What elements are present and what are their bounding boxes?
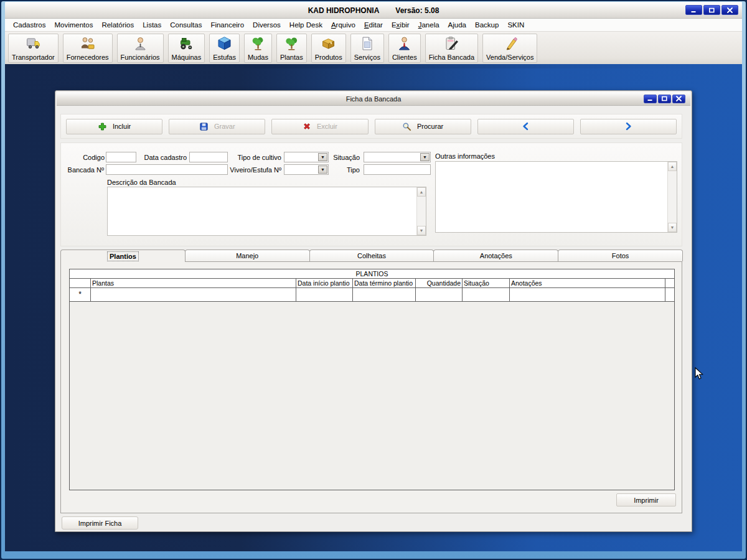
- menu-item-listas[interactable]: Listas: [138, 19, 166, 31]
- bancada-n-input[interactable]: [106, 164, 228, 175]
- main-caption: KAD HIDROPHONIA Versão: 5.08: [5, 2, 742, 19]
- imprimir-ficha-button[interactable]: Imprimir Ficha: [62, 516, 138, 530]
- menu-item-ajuda[interactable]: Ajuda: [444, 19, 471, 31]
- menu-item-skin[interactable]: SKIN: [503, 19, 529, 31]
- menu-item-backup[interactable]: Backup: [471, 19, 503, 31]
- maximize-icon: [708, 7, 715, 13]
- minimize-icon: [647, 95, 654, 103]
- scroll-down-icon[interactable]: ▼: [668, 223, 677, 232]
- menu-item-relatorios[interactable]: Relatórios: [97, 19, 138, 31]
- grid-column-situacao: Situação: [463, 279, 510, 287]
- tab-plantios[interactable]: Plantios: [60, 250, 186, 262]
- incluir-button[interactable]: Incluir: [66, 119, 162, 134]
- previous-button[interactable]: [477, 119, 574, 134]
- menu-item-editar[interactable]: Editar: [360, 19, 387, 31]
- toolbar-label-produtos: Produtos: [315, 54, 342, 62]
- toolbar-button-clientes[interactable]: Clientes: [388, 34, 421, 63]
- grid-title: PLANTIOS: [70, 269, 674, 279]
- plantios-grid[interactable]: PLANTIOS PlantasData início plantioData …: [69, 269, 675, 490]
- data-cadastro-label: Data cadastro: [141, 153, 187, 162]
- dialog-titlebar[interactable]: Ficha da Bancada: [57, 92, 690, 106]
- desktop: KAD HIDROPHONIA Versão: 5.08 CadastrosMo…: [0, 0, 747, 560]
- toolbar-button-transportador[interactable]: Transportador: [8, 34, 59, 63]
- menu-item-janela[interactable]: Janela: [414, 19, 444, 31]
- toolbar-label-funcionarios: Funcionários: [121, 54, 160, 62]
- toolbar-button-servicos[interactable]: Serviços: [350, 34, 384, 63]
- tab-anotacoes[interactable]: Anotações: [433, 250, 558, 261]
- next-button[interactable]: [580, 119, 677, 134]
- toolbar-button-funcionarios[interactable]: Funcionários: [117, 34, 164, 63]
- close-button[interactable]: [721, 5, 738, 15]
- chevron-down-icon[interactable]: ▼: [420, 153, 430, 161]
- minimize-button[interactable]: [685, 5, 702, 15]
- minimize-icon: [690, 7, 697, 13]
- gravar-button[interactable]: Gravar: [169, 119, 265, 134]
- chevron-down-icon[interactable]: ▼: [318, 166, 327, 174]
- close-icon: [675, 95, 682, 103]
- codigo-label: Codigo: [73, 153, 105, 162]
- document-icon: [359, 35, 375, 52]
- menu-item-exibir[interactable]: Exibir: [387, 19, 414, 31]
- situacao-combo[interactable]: ▼: [364, 152, 431, 162]
- dialog-close-button[interactable]: [672, 95, 685, 103]
- dialog-title: Ficha da Bancada: [57, 92, 690, 106]
- dialog-minimize-button[interactable]: [644, 95, 657, 103]
- excluir-button[interactable]: Excluir: [271, 119, 368, 134]
- tab-colheitas[interactable]: Colheitas: [309, 250, 435, 261]
- menu-item-help-desk[interactable]: Help Desk: [285, 19, 327, 31]
- mdi-area: Ficha da Bancada IncluirGravarExcluirPro…: [5, 68, 742, 551]
- scroll-up-icon[interactable]: ▲: [417, 187, 426, 197]
- toolbar-button-maquinas[interactable]: Máquinas: [168, 34, 205, 63]
- menu-item-financeiro[interactable]: Financeiro: [206, 19, 248, 31]
- dialog-maximize-button[interactable]: [658, 95, 671, 103]
- grid-corner-cell: [70, 279, 91, 287]
- toolbar-button-plantas[interactable]: Plantas: [276, 34, 307, 63]
- tab-fotos[interactable]: Fotos: [558, 250, 683, 261]
- toolbar-button-mudas[interactable]: Mudas: [244, 34, 272, 63]
- maximize-button[interactable]: [703, 5, 720, 15]
- codigo-input[interactable]: [106, 152, 136, 162]
- toolbar-button-estufas[interactable]: Estufas: [209, 34, 240, 63]
- suppliers-icon: [79, 35, 96, 52]
- mouse-cursor: [695, 367, 703, 381]
- menu-item-consultas[interactable]: Consultas: [166, 19, 206, 31]
- table-row[interactable]: *: [70, 288, 674, 302]
- viveiro-estufa-value: [286, 166, 317, 174]
- row-indicator: *: [70, 288, 91, 301]
- menu-item-diversos[interactable]: Diversos: [248, 19, 285, 31]
- viveiro-estufa-combo[interactable]: ▼: [284, 164, 329, 175]
- chevron-down-icon[interactable]: ▼: [318, 153, 327, 161]
- grid-cell[interactable]: [510, 288, 665, 301]
- menu-item-cadastros[interactable]: Cadastros: [9, 19, 50, 31]
- main-window: KAD HIDROPHONIA Versão: 5.08 CadastrosMo…: [5, 2, 742, 551]
- dialog-button-bar: IncluirGravarExcluirProcurar: [60, 114, 682, 139]
- grid-cell[interactable]: [463, 288, 510, 301]
- grid-cell[interactable]: [296, 288, 353, 301]
- toolbar-button-venda-servicos[interactable]: Venda/Serviços: [482, 34, 537, 63]
- toolbar-button-ficha-bancada[interactable]: Ficha Bancada: [425, 34, 478, 63]
- data-cadastro-input[interactable]: [189, 152, 228, 162]
- situacao-value: [366, 153, 419, 161]
- outras-informacoes-textarea[interactable]: ▲ ▼: [435, 161, 677, 233]
- toolbar-button-produtos[interactable]: Produtos: [311, 34, 346, 63]
- imprimir-button[interactable]: Imprimir: [616, 493, 676, 506]
- descricao-scrollbar[interactable]: ▲ ▼: [416, 187, 426, 235]
- tipo-de-cultivo-combo[interactable]: ▼: [284, 152, 329, 162]
- grid-cell[interactable]: [416, 288, 463, 301]
- descricao-label: Descrição da Bancada: [107, 178, 176, 187]
- scroll-up-icon[interactable]: ▲: [668, 162, 677, 171]
- grid-cell[interactable]: [353, 288, 416, 301]
- menu-item-movimentos[interactable]: Movimentos: [50, 19, 97, 31]
- tipo-de-cultivo-value: [286, 153, 317, 161]
- toolbar-label-ficha-bancada: Ficha Bancada: [429, 54, 474, 62]
- tipo-input[interactable]: [364, 164, 431, 175]
- grid-cell[interactable]: [91, 288, 296, 301]
- tab-label-colheitas: Colheitas: [357, 252, 386, 259]
- menu-item-arquivo[interactable]: Arquivo: [327, 19, 360, 31]
- toolbar-button-fornecedores[interactable]: Fornecedores: [63, 34, 113, 63]
- descricao-textarea[interactable]: ▲ ▼: [107, 187, 426, 236]
- scroll-down-icon[interactable]: ▼: [417, 226, 426, 235]
- outras-scrollbar[interactable]: ▲ ▼: [667, 162, 677, 232]
- tab-manejo[interactable]: Manejo: [185, 250, 310, 261]
- procurar-button[interactable]: Procurar: [375, 119, 471, 134]
